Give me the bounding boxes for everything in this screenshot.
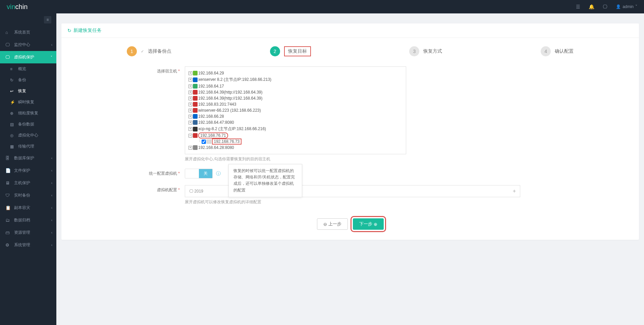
header-right: ☰ 🔔 🖵 👤 admin ˅ [576, 4, 637, 9]
sidebar-label: 虚拟机保护 [14, 54, 34, 60]
submenu-item-7[interactable]: ▦传输代理 [0, 141, 56, 152]
sidebar-item-9[interactable]: 🗃资源管理‹ [0, 226, 56, 239]
tree-label: 192.168.64.39(http://192.168.64.39) [198, 90, 263, 95]
tree-node[interactable]: + 192.168.64.47:8080 [189, 119, 402, 125]
doc-icon: 📄 [5, 168, 11, 173]
chevron-down-icon: ˅ [635, 4, 637, 9]
tree-expand-icon[interactable]: + [189, 71, 192, 75]
expand-icon[interactable]: + [513, 188, 516, 194]
tree-label: 192.168.66.28 [198, 114, 224, 119]
svg-rect-2 [193, 84, 198, 89]
tree-label: 192.168.64.28:8080 [198, 145, 234, 150]
sidebar-label: 系统管理 [14, 242, 30, 245]
submenu-icon: ↻ [10, 78, 15, 83]
tree-node[interactable]: + 192.168.64.39(http://192.168.64.39) [189, 95, 402, 101]
tooltip: 恢复的时候可以统一配置虚拟机的存储、网络和开/关机状态，配置完成后，还可以单独修… [228, 164, 302, 197]
step-num: 3 [409, 46, 419, 56]
step-3[interactable]: 3恢复方式 [409, 46, 442, 56]
submenu-label: 恢复 [18, 88, 26, 94]
tree-expand-icon[interactable]: + [189, 146, 192, 150]
tree-node[interactable]: + 192.168.64.17 [189, 83, 402, 89]
hamburger-icon[interactable]: ≡ [44, 16, 51, 23]
tree-node[interactable]: − 192.168.76.71 [189, 132, 402, 139]
select-host-row: 选择宿主机* + 192.168.64.29+ xenserver 8.2 (主… [67, 66, 633, 162]
chevron-icon: ‹ [51, 194, 52, 197]
sidebar-item-3[interactable]: 🗄数据库保护‹ [0, 152, 56, 164]
unified-config-label: 统一配置虚拟机* [67, 169, 185, 178]
tree-label: xenserver 8.2 (主节点IP:192.168.66.213) [198, 77, 271, 83]
submenu-icon: ⊕ [10, 111, 15, 116]
tree-expand-icon[interactable]: + [189, 121, 192, 124]
submenu-icon: ⚡ [10, 100, 15, 105]
step-4[interactable]: 4确认配置 [541, 46, 574, 56]
sidebar-item-8[interactable]: 🗂数据归档‹ [0, 214, 56, 226]
tree-node[interactable]: + 192.168.83.201:7443 [189, 101, 402, 107]
next-button[interactable]: 下一步 ⊕ [353, 218, 384, 230]
submenu-item-3[interactable]: ⚡瞬时恢复 [0, 97, 56, 108]
submenu-item-4[interactable]: ⊕细粒度恢复 [0, 108, 56, 119]
sidebar-label: 系统首页 [14, 30, 30, 35]
step-2[interactable]: 2恢复目标 [270, 46, 311, 56]
tree-expand-icon[interactable]: + [189, 109, 192, 112]
server-icon [193, 102, 198, 107]
submenu-item-1[interactable]: ↻备份 [0, 74, 56, 86]
sidebar-item-1[interactable]: 🖵监控中心‹ [0, 39, 56, 51]
sidebar-label: 实时备份 [14, 193, 30, 198]
prev-button[interactable]: ⊖ 上一步 [317, 218, 348, 230]
tree-node[interactable]: + winserver-66.223 (192.168.66.223) [189, 107, 402, 113]
tree-expand-icon[interactable]: + [189, 97, 192, 100]
tree-expand-icon[interactable]: + [189, 115, 192, 118]
tree-label: 192.168.76.73 [212, 139, 242, 144]
info-icon[interactable]: ⓘ [216, 171, 221, 177]
home-icon: ⌂ [5, 30, 11, 35]
tree-expand-icon[interactable]: + [189, 85, 192, 88]
tree-expand-icon[interactable]: + [189, 91, 192, 94]
svg-rect-9 [193, 127, 198, 131]
tree-label: 192.168.64.39(http://192.168.64.39) [198, 96, 263, 101]
sidebar-item-4[interactable]: 📄文件保护‹ [0, 164, 56, 177]
server-icon [193, 77, 198, 82]
tree-node[interactable]: + 192.168.64.29 [189, 70, 402, 76]
server-icon [193, 84, 198, 89]
tree-node[interactable]: + 192.168.64.28:8080 [189, 145, 402, 151]
sidebar-label: 数据归档 [14, 217, 30, 223]
user-icon: 👤 [616, 4, 621, 9]
tree-expand-icon[interactable]: − [189, 134, 192, 138]
tree-label: xcp-ng-8.2 (主节点IP:192.168.66.216) [198, 126, 266, 132]
sidebar-item-7[interactable]: 📋副本容灾‹ [0, 202, 56, 214]
tree-child-node[interactable]: └ 192.168.76.73 [198, 139, 402, 145]
submenu-item-6[interactable]: ◎虚拟化中心 [0, 130, 56, 141]
sidebar-item-2[interactable]: 🖵虚拟机保护˅ [0, 51, 56, 63]
tree-checkbox[interactable] [202, 140, 206, 144]
vm-hint: 展开虚拟机可以修改恢复虚拟机的详细配置 [185, 199, 520, 205]
step-label: 确认配置 [555, 48, 574, 54]
tree-expand-icon[interactable]: + [189, 78, 192, 82]
logo: vinchin [7, 3, 28, 11]
tree-node[interactable]: + xcp-ng-8.2 (主节点IP:192.168.66.216) [189, 125, 402, 132]
server-icon [193, 90, 198, 95]
sidebar-item-10[interactable]: ⚙系统管理‹ [0, 239, 56, 245]
step-1[interactable]: 1✓选择备份点 [127, 46, 171, 56]
submenu-item-5[interactable]: ▤备份数据 [0, 119, 56, 130]
host-tree[interactable]: + 192.168.64.29+ xenserver 8.2 (主节点IP:19… [185, 66, 406, 154]
tree-node[interactable]: + 192.168.64.39(http://192.168.64.39) [189, 89, 402, 95]
list-icon[interactable]: ☰ [576, 4, 580, 9]
screen-icon[interactable]: 🖵 [603, 4, 607, 9]
svg-rect-10 [193, 133, 198, 138]
tree-expand-icon[interactable]: + [189, 103, 192, 106]
tree-expand-icon[interactable]: + [189, 127, 192, 131]
svg-rect-7 [193, 114, 198, 119]
user-menu[interactable]: 👤 admin ˅ [616, 4, 637, 9]
submenu-item-2[interactable]: ↩恢复 [0, 86, 56, 97]
sidebar-item-5[interactable]: 🖥主机保护‹ [0, 177, 56, 189]
unified-config-toggle[interactable]: 关 [185, 169, 213, 178]
server-icon [193, 127, 198, 131]
monitor-icon: 🖵 [5, 55, 11, 60]
tree-node[interactable]: + 192.168.66.28 [189, 113, 402, 119]
server-icon [193, 133, 198, 138]
sidebar-item-6[interactable]: 🛡实时备份‹ [0, 189, 56, 202]
submenu-item-0[interactable]: ≡概览 [0, 63, 56, 74]
tree-node[interactable]: + xenserver 8.2 (主节点IP:192.168.66.213) [189, 76, 402, 83]
sidebar-item-0[interactable]: ⌂系统首页 [0, 26, 56, 39]
bell-icon[interactable]: 🔔 [589, 4, 594, 9]
